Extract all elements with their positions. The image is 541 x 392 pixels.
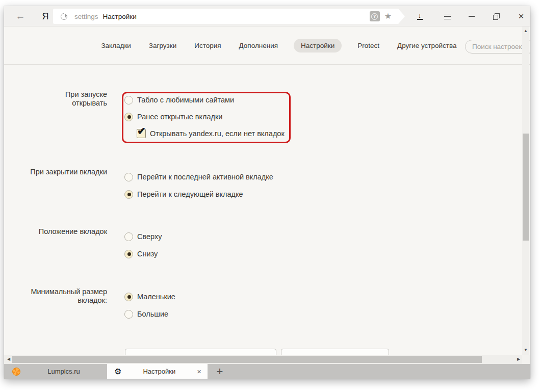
radio-icon[interactable] (124, 250, 133, 258)
radio-option-top[interactable]: Сверху (124, 231, 162, 242)
hamburger-icon (444, 14, 451, 19)
restore-button[interactable] (489, 6, 503, 27)
scroll-up-icon[interactable]: ▲ (522, 28, 529, 35)
radio-option-last-active-tab[interactable]: Перейти к последней активной вкладке (124, 172, 273, 182)
address-bar[interactable]: settings Настройки Y ★ (53, 9, 405, 24)
setting-row-tab-size: Минимальный размер вкладок: Маленькие Бо… (4, 292, 175, 326)
menu-button[interactable] (441, 6, 455, 27)
protect-shield-icon[interactable]: Y (370, 11, 380, 21)
radio-icon[interactable] (124, 173, 133, 181)
horizontal-scroll-thumb[interactable] (12, 356, 482, 363)
checkbox-icon[interactable]: ✔ (137, 129, 146, 138)
minimize-button[interactable] (465, 6, 479, 27)
settings-page: Закладки Загрузки История Дополнения Нас… (4, 27, 530, 355)
radio-option-previous-tabs[interactable]: Ранее открытые вкладки (124, 112, 289, 122)
nav-tab-other-devices[interactable]: Другие устройства (395, 39, 459, 53)
yandex-logo[interactable]: Я (39, 6, 52, 27)
browser-tab-lumpics[interactable]: Lumpics.ru (6, 364, 107, 379)
setting-label: При закрытии вкладки (4, 168, 107, 176)
downloads-button[interactable]: ↓ (413, 6, 427, 27)
address-site-label: settings (74, 13, 98, 20)
bottom-tab-bar: Lumpics.ru ⚙ Настройки × + (4, 364, 530, 379)
radio-icon[interactable] (124, 113, 133, 121)
radio-option-small[interactable]: Маленькие (124, 292, 175, 302)
close-window-button[interactable]: × (513, 6, 529, 27)
orange-slice-icon (12, 368, 20, 376)
radio-option-next-tab[interactable]: Перейти к следующей вкладке (124, 189, 273, 199)
gear-icon: ⚙ (114, 368, 121, 376)
scroll-down-icon[interactable]: ▼ (522, 347, 529, 354)
scroll-left-icon[interactable]: ◀ (5, 355, 12, 364)
partial-dropdown-2[interactable] (281, 349, 389, 355)
scrollbar-corner (522, 355, 530, 364)
setting-label: Положение вкладок (4, 227, 107, 236)
setting-row-startup: При запуске открывать Табло с любимыми с… (4, 92, 291, 143)
minimize-icon (469, 16, 475, 17)
checkmark-icon: ✔ (137, 125, 146, 137)
radio-option-bottom[interactable]: Снизу (124, 249, 162, 259)
refresh-icon[interactable] (59, 12, 68, 21)
nav-tab-downloads[interactable]: Загрузки (147, 39, 178, 53)
settings-search-input[interactable]: Поиск настроек (465, 40, 530, 54)
setting-label: При запуске открывать (4, 90, 107, 108)
new-tab-button[interactable]: + (212, 364, 227, 379)
radio-icon[interactable] (124, 293, 133, 301)
settings-nav: Закладки Загрузки История Дополнения Нас… (4, 27, 530, 65)
back-button[interactable]: ← (13, 6, 28, 27)
radio-icon[interactable] (124, 190, 133, 199)
setting-label: Минимальный размер вкладок: (4, 288, 107, 305)
radio-icon[interactable] (124, 232, 133, 241)
nav-tab-extensions[interactable]: Дополнения (237, 39, 280, 53)
bookmark-star-icon[interactable]: ★ (384, 11, 392, 21)
browser-toolbar: ← Я settings Настройки Y ★ ↓ × (4, 6, 530, 27)
restore-icon (493, 13, 500, 20)
setting-row-tab-position: Положение вкладок Сверху Снизу (4, 231, 162, 266)
browser-tab-settings-active[interactable]: ⚙ Настройки × (107, 364, 208, 379)
address-page-title: Настройки (103, 13, 137, 20)
highlight-red-box: Табло с любимыми сайтами Ранее открытые … (122, 92, 291, 143)
partial-dropdown-1[interactable] (125, 349, 276, 355)
browser-window: ← Я settings Настройки Y ★ ↓ × (4, 6, 530, 379)
radio-icon[interactable] (124, 96, 133, 104)
vertical-scroll-thumb[interactable] (523, 134, 529, 241)
download-bar (417, 19, 423, 20)
vertical-scrollbar[interactable]: ▲ ▼ (522, 27, 529, 355)
nav-tab-protect[interactable]: Protect (355, 39, 381, 53)
nav-tab-bookmarks[interactable]: Закладки (99, 39, 133, 53)
nav-tab-history[interactable]: История (192, 39, 223, 53)
nav-tab-settings[interactable]: Настройки (294, 39, 342, 53)
radio-option-large[interactable]: Большие (124, 309, 175, 319)
radio-icon[interactable] (124, 310, 133, 319)
download-arrow-icon: ↓ (418, 13, 422, 18)
radio-option-tableau[interactable]: Табло с любимыми сайтами (124, 95, 289, 105)
checkbox-option-open-yandex[interactable]: ✔ Открывать yandex.ru, если нет вкладок (137, 128, 289, 139)
setting-row-tab-close: При закрытии вкладки Перейти к последней… (4, 172, 273, 206)
close-tab-icon[interactable]: × (197, 367, 201, 376)
scroll-right-icon[interactable]: ▶ (515, 355, 522, 364)
horizontal-scrollbar[interactable]: ◀ ▶ (4, 355, 530, 364)
